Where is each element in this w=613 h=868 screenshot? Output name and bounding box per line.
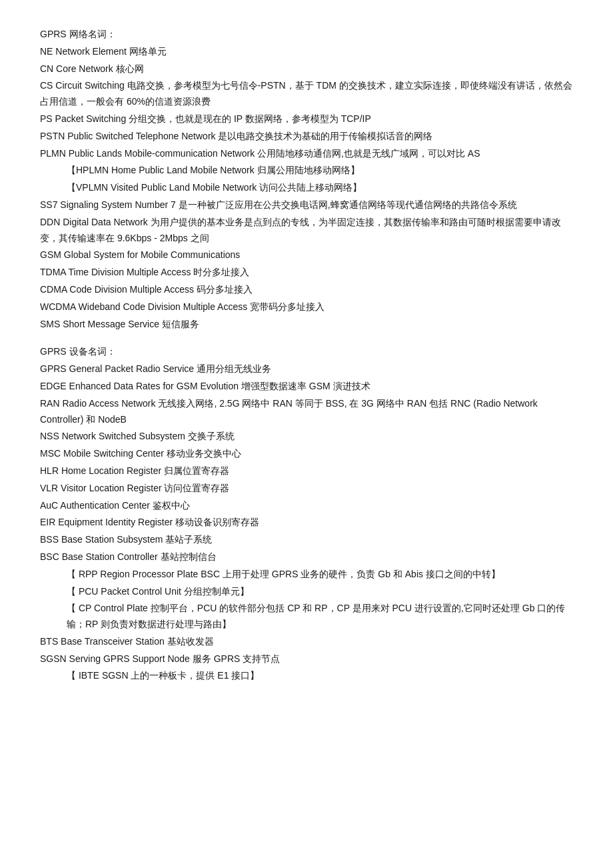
line-eir: EIR Equipment Identity Register 移动设备识别寄存… bbox=[40, 515, 573, 531]
section-device-terms: GPRS 设备名词： GPRS General Packet Radio Ser… bbox=[40, 344, 573, 684]
line-ran: RAN Radio Access Network 无线接入网络, 2.5G 网络… bbox=[40, 396, 573, 428]
line-edge: EDGE Enhanced Data Rates for GSM Evoluti… bbox=[40, 379, 573, 395]
line-sgsn: SGSN Serving GPRS Support Node 服务 GPRS 支… bbox=[40, 651, 573, 667]
line-tdma: TDMA Time Division Multiple Access 时分多址接… bbox=[40, 265, 573, 281]
line-gprs-def: GPRS General Packet Radio Service 通用分组无线… bbox=[40, 361, 573, 377]
line-pcu: 【 PCU Packet Control Unit 分组控制单元】 bbox=[40, 584, 573, 600]
line-hplmn: 【HPLMN Home Public Land Mobile Network 归… bbox=[40, 163, 573, 179]
line-ps: PS Packet Switching 分组交换，也就是现在的 IP 数据网络，… bbox=[40, 111, 573, 127]
line-nss: NSS Network Switched Subsystem 交换子系统 bbox=[40, 429, 573, 445]
line-ibte: 【 IBTE SGSN 上的一种板卡，提供 E1 接口】 bbox=[40, 668, 573, 684]
section-network-terms: GPRS 网络名词： NE Network Element 网络单元 CN Co… bbox=[40, 27, 573, 332]
line-plmn: PLMN Public Lands Mobile-communication N… bbox=[40, 146, 573, 162]
line-sms: SMS Short Message Service 短信服务 bbox=[40, 317, 573, 333]
line-auc: AuC Authentication Center 鉴权中心 bbox=[40, 498, 573, 514]
line-hlr: HLR Home Location Register 归属位置寄存器 bbox=[40, 463, 573, 479]
line-bss: BSS Base Station Subsystem 基站子系统 bbox=[40, 532, 573, 548]
line-gsm: GSM Global System for Mobile Communicati… bbox=[40, 247, 573, 263]
line-ss7: SS7 Signaling System Number 7 是一种被广泛应用在公… bbox=[40, 197, 573, 213]
line-cp: 【 CP Control Plate 控制平台，PCU 的软件部分包括 CP 和… bbox=[40, 601, 573, 633]
line-vplmn: 【VPLMN Visited Public Land Mobile Networ… bbox=[40, 180, 573, 196]
line-wcdma: WCDMA Wideband Code Division Multiple Ac… bbox=[40, 299, 573, 315]
line-ne: NE Network Element 网络单元 bbox=[40, 44, 573, 60]
line-ddn: DDN Digital Data Network 为用户提供的基本业务是点到点的… bbox=[40, 215, 573, 247]
line-pstn: PSTN Public Switched Telephone Network 是… bbox=[40, 129, 573, 145]
line-cdma: CDMA Code Division Multiple Access 码分多址接… bbox=[40, 282, 573, 298]
line-bts: BTS Base Transceiver Station 基站收发器 bbox=[40, 634, 573, 650]
line-cs: CS Circuit Switching 电路交换，参考模型为七号信令-PSTN… bbox=[40, 78, 573, 110]
line-msc: MSC Mobile Switching Center 移动业务交换中心 bbox=[40, 446, 573, 462]
line-rpp: 【 RPP Region Processor Plate BSC 上用于处理 G… bbox=[40, 567, 573, 583]
line-vlr: VLR Visitor Location Register 访问位置寄存器 bbox=[40, 481, 573, 497]
line-gprs-network-header: GPRS 网络名词： bbox=[40, 27, 573, 43]
line-gprs-device-header: GPRS 设备名词： bbox=[40, 344, 573, 360]
line-cn: CN Core Network 核心网 bbox=[40, 61, 573, 77]
page-content: GPRS 网络名词： NE Network Element 网络单元 CN Co… bbox=[40, 27, 573, 684]
line-bsc: BSC Base Station Controller 基站控制信台 bbox=[40, 549, 573, 565]
